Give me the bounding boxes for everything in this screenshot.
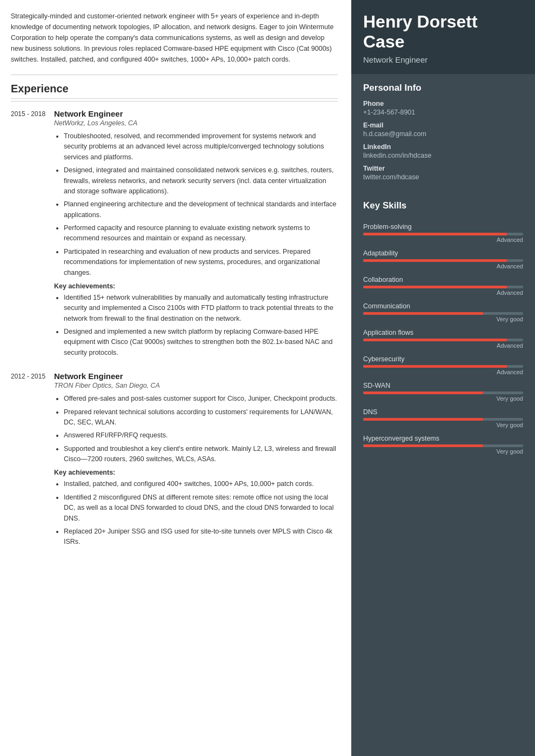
email-value: h.d.case@gmail.com — [363, 130, 523, 138]
list-item: Supported and troubleshot a key client's… — [64, 444, 338, 465]
achievements-list: Identified 15+ network vulnerabilities b… — [54, 293, 338, 358]
exp-bullets: Offered pre-sales and post-sales custome… — [54, 394, 338, 464]
achievements-label: Key achievements: — [54, 282, 338, 290]
twitter-label: Twitter — [363, 165, 523, 172]
summary-text: Strategically-minded and customer-orient… — [11, 11, 338, 65]
exp-dates: 2015 - 2018 — [11, 109, 54, 361]
experience-container: 2015 - 2018Network EngineerNetWorkz, Los… — [11, 109, 338, 550]
skill-name: Problem-solving — [363, 223, 523, 231]
divider-summary — [11, 75, 338, 75]
skill-item: Hyperconverged systemsVery good — [363, 435, 523, 455]
skill-bar-bg — [363, 259, 523, 262]
experience-section-title: Experience — [11, 83, 338, 99]
skill-bar-fill — [363, 233, 507, 235]
list-item: Participated in researching and evaluati… — [64, 247, 338, 278]
exp-title: Network Engineer — [54, 372, 338, 381]
phone-label: Phone — [363, 100, 523, 107]
left-column: Strategically-minded and customer-orient… — [0, 0, 351, 756]
skill-name: SD-WAN — [363, 382, 523, 389]
skill-level: Advanced — [363, 263, 523, 269]
skill-name: Communication — [363, 302, 523, 310]
right-column: Henry Dorsett Case Network Engineer Pers… — [351, 0, 535, 756]
skill-level: Very good — [363, 422, 523, 428]
skill-name: Collaboration — [363, 276, 523, 284]
list-item: Troubleshooted, resolved, and recommende… — [64, 131, 338, 163]
skill-bar-fill — [363, 418, 483, 421]
skill-bar-fill — [363, 339, 507, 341]
skill-bar-bg — [363, 312, 523, 315]
twitter-value: twitter.com/hdcase — [363, 173, 523, 181]
skill-bar-bg — [363, 365, 523, 368]
list-item: Designed and implemented a new switch pl… — [64, 327, 338, 358]
exp-bullets: Troubleshooted, resolved, and recommende… — [54, 131, 338, 278]
skill-bar-fill — [363, 365, 507, 368]
skill-item: Application flowsAdvanced — [363, 329, 523, 349]
email-label: E-mail — [363, 122, 523, 129]
skill-bar-bg — [363, 444, 523, 447]
skill-item: CybersecurityAdvanced — [363, 355, 523, 375]
phone-value: +1-234-567-8901 — [363, 109, 523, 116]
skill-item: Problem-solvingAdvanced — [363, 223, 523, 243]
skill-bar-fill — [363, 286, 507, 288]
skill-bar-fill — [363, 444, 483, 447]
skill-name: Hyperconverged systems — [363, 435, 523, 442]
exp-title: Network Engineer — [54, 109, 338, 118]
list-item: Designed, integrated and maintained cons… — [64, 165, 338, 197]
linkedin-value: linkedin.com/in/hdcase — [363, 152, 523, 159]
skill-name: DNS — [363, 408, 523, 416]
exp-company: TRON Fiber Optics, San Diego, CA — [54, 382, 338, 389]
skill-bar-bg — [363, 392, 523, 394]
list-item: Replaced 20+ Juniper SSG and ISG used fo… — [64, 526, 338, 548]
exp-content: Network EngineerTRON Fiber Optics, San D… — [54, 372, 338, 550]
skill-level: Advanced — [363, 237, 523, 243]
skill-item: CollaborationAdvanced — [363, 276, 523, 296]
achievements-list: Installed, patched, and configured 400+ … — [54, 479, 338, 547]
list-item: Answered RFI/RFP/RFQ requests. — [64, 430, 338, 441]
list-item: Prepared relevant technical solutions ac… — [64, 407, 338, 428]
skill-level: Advanced — [363, 289, 523, 296]
skill-level: Advanced — [363, 342, 523, 349]
skill-level: Very good — [363, 448, 523, 455]
exp-content: Network EngineerNetWorkz, Los Angeles, C… — [54, 109, 338, 361]
list-item: Installed, patched, and configured 400+ … — [64, 479, 338, 489]
skill-bar-bg — [363, 418, 523, 421]
list-item: Offered pre-sales and post-sales custome… — [64, 394, 338, 404]
exp-dates: 2012 - 2015 — [11, 372, 54, 550]
skill-item: SD-WANVery good — [363, 382, 523, 402]
skill-item: AdaptabilityAdvanced — [363, 249, 523, 269]
profile-header: Henry Dorsett Case Network Engineer — [351, 0, 535, 74]
skill-name: Cybersecurity — [363, 355, 523, 363]
key-skills-title: Key Skills — [363, 200, 523, 211]
skill-bar-fill — [363, 392, 483, 394]
experience-item: 2015 - 2018Network EngineerNetWorkz, Los… — [11, 109, 338, 361]
skill-bar-bg — [363, 339, 523, 341]
skill-item: CommunicationVery good — [363, 302, 523, 322]
personal-info-section: Personal Info Phone +1-234-567-8901 E-ma… — [351, 74, 535, 192]
skill-level: Very good — [363, 395, 523, 402]
list-item: Planned engineering architecture and the… — [64, 199, 338, 220]
skills-container: Problem-solvingAdvancedAdaptabilityAdvan… — [351, 223, 535, 470]
profile-name: Henry Dorsett Case — [363, 12, 523, 52]
skill-name: Adaptability — [363, 249, 523, 257]
experience-item: 2012 - 2015Network EngineerTRON Fiber Op… — [11, 372, 338, 550]
skill-level: Advanced — [363, 369, 523, 375]
skill-bar-fill — [363, 312, 483, 315]
skill-level: Very good — [363, 316, 523, 322]
skill-item: DNSVery good — [363, 408, 523, 428]
skill-bar-bg — [363, 286, 523, 288]
list-item: Identified 2 misconfigured DNS at differ… — [64, 492, 338, 524]
divider-experience — [11, 101, 338, 102]
skill-bar-fill — [363, 259, 507, 262]
list-item: Performed capacity and resource planning… — [64, 223, 338, 244]
profile-title: Network Engineer — [363, 55, 523, 64]
exp-company: NetWorkz, Los Angeles, CA — [54, 119, 338, 127]
skill-bar-bg — [363, 233, 523, 235]
list-item: Identified 15+ network vulnerabilities b… — [64, 293, 338, 324]
achievements-label: Key achievements: — [54, 469, 338, 476]
linkedin-label: LinkedIn — [363, 143, 523, 151]
skill-name: Application flows — [363, 329, 523, 336]
key-skills-section: Key Skills — [351, 192, 535, 223]
personal-info-title: Personal Info — [363, 83, 523, 93]
